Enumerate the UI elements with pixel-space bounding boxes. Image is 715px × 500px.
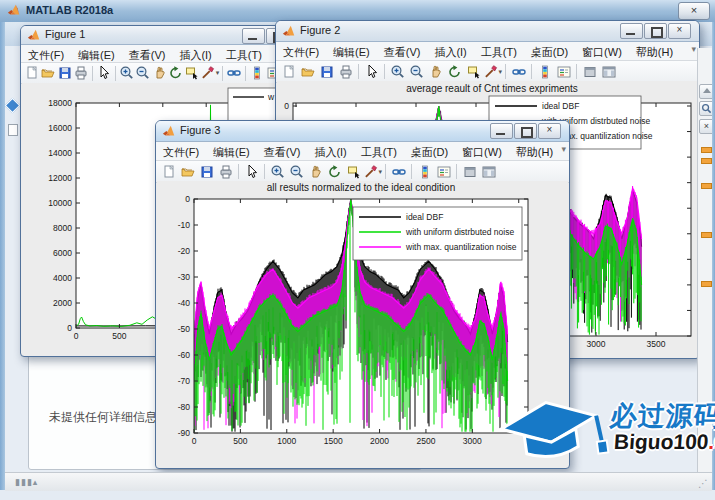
menu-item-help[interactable]: 帮助(H) bbox=[629, 43, 680, 60]
link-plot-icon[interactable] bbox=[389, 163, 408, 181]
menu-item-edit[interactable]: 编辑(E) bbox=[206, 143, 257, 160]
menu-item-view[interactable]: 查看(V) bbox=[257, 143, 308, 160]
menu-item-edit[interactable]: 编辑(E) bbox=[326, 43, 377, 60]
menu-overflow-icon[interactable]: ▾ bbox=[691, 44, 696, 54]
pan-icon[interactable] bbox=[306, 163, 325, 181]
print-figure-icon[interactable] bbox=[73, 64, 89, 82]
data-cursor-icon[interactable] bbox=[464, 63, 483, 81]
zoom-in-icon[interactable] bbox=[119, 64, 135, 82]
maximize-button[interactable] bbox=[514, 123, 537, 139]
zoom-in-icon[interactable] bbox=[268, 163, 287, 181]
figure3-toolbar[interactable]: ▾ bbox=[156, 161, 569, 183]
show-plot-tools-icon[interactable] bbox=[479, 163, 498, 181]
brush-icon[interactable]: ▾ bbox=[363, 163, 382, 181]
menu-item-edit[interactable]: 编辑(E) bbox=[71, 46, 122, 63]
menu-overflow-icon[interactable]: ▾ bbox=[561, 144, 566, 154]
edit-cursor-icon[interactable] bbox=[362, 63, 381, 81]
menu-item-file[interactable]: 文件(F) bbox=[156, 143, 206, 160]
menu-item-window[interactable]: 窗口(W) bbox=[455, 143, 509, 160]
menu-item-tools[interactable]: 工具(T) bbox=[474, 43, 524, 60]
menu-item-desktop[interactable]: 桌面(D) bbox=[524, 43, 575, 60]
insert-colorbar-icon[interactable] bbox=[535, 63, 554, 81]
pan-icon[interactable] bbox=[151, 64, 167, 82]
annotation-mark-icon[interactable] bbox=[701, 147, 712, 153]
annotation-mark-icon[interactable] bbox=[701, 232, 712, 238]
link-plot-icon[interactable] bbox=[509, 63, 528, 81]
show-plot-tools-icon[interactable] bbox=[599, 63, 618, 81]
figure2-toolbar[interactable]: ▾ bbox=[276, 61, 699, 83]
new-figure-icon[interactable] bbox=[279, 63, 298, 81]
edit-cursor-icon[interactable] bbox=[242, 163, 261, 181]
menu-item-file[interactable]: 文件(F) bbox=[21, 46, 71, 63]
resize-grip-icon[interactable]: ⋰ bbox=[698, 478, 708, 489]
save-figure-icon[interactable] bbox=[317, 63, 336, 81]
menu-item-tools[interactable]: 工具(T) bbox=[219, 46, 269, 63]
minimize-button[interactable] bbox=[620, 23, 643, 39]
new-figure-icon[interactable] bbox=[24, 64, 40, 82]
zoom-in-icon[interactable] bbox=[388, 63, 407, 81]
figure2-window-buttons[interactable]: × bbox=[620, 23, 691, 39]
svg-text:-50: -50 bbox=[178, 324, 191, 334]
figure2-menubar[interactable]: 文件(F)编辑(E)查看(V)插入(I)工具(T)桌面(D)窗口(W)帮助(H)… bbox=[276, 42, 699, 61]
figure2-titlebar[interactable]: Figure 2 × bbox=[276, 21, 699, 42]
pan-icon[interactable] bbox=[426, 63, 445, 81]
data-cursor-icon[interactable] bbox=[184, 64, 200, 82]
open-file-icon[interactable] bbox=[40, 64, 56, 82]
insert-colorbar-icon[interactable] bbox=[415, 163, 434, 181]
rotate-3d-icon[interactable] bbox=[325, 163, 344, 181]
menu-item-tools[interactable]: 工具(T) bbox=[354, 143, 404, 160]
sidebar-document-icon[interactable] bbox=[8, 124, 18, 136]
save-figure-icon[interactable] bbox=[57, 64, 73, 82]
close-button[interactable]: × bbox=[668, 23, 691, 39]
brush-icon[interactable]: ▾ bbox=[200, 64, 219, 82]
brush-icon[interactable]: ▾ bbox=[483, 63, 502, 81]
menu-item-insert[interactable]: 插入(I) bbox=[307, 143, 353, 160]
menu-item-window[interactable]: 窗口(W) bbox=[575, 43, 629, 60]
svg-text:ideal DBF: ideal DBF bbox=[406, 212, 443, 222]
maximize-button[interactable] bbox=[644, 23, 667, 39]
menu-item-help[interactable]: 帮助(H) bbox=[509, 143, 560, 160]
new-figure-icon[interactable] bbox=[159, 163, 178, 181]
svg-text:1000: 1000 bbox=[277, 436, 296, 446]
minimize-button[interactable] bbox=[242, 28, 265, 44]
open-file-icon[interactable] bbox=[298, 63, 317, 81]
zoom-out-icon[interactable] bbox=[135, 64, 151, 82]
close-x-icon: × bbox=[704, 121, 709, 131]
zoom-out-icon[interactable] bbox=[407, 63, 426, 81]
print-figure-icon[interactable] bbox=[216, 163, 235, 181]
annotation-mark-icon[interactable] bbox=[701, 183, 712, 189]
close-button[interactable]: × bbox=[538, 123, 561, 139]
svg-text:-70: -70 bbox=[178, 376, 191, 386]
menu-item-view[interactable]: 查看(V) bbox=[377, 43, 428, 60]
figure3-window-buttons[interactable]: × bbox=[490, 123, 561, 139]
rotate-3d-icon[interactable] bbox=[445, 63, 464, 81]
figure3-titlebar[interactable]: Figure 3 × bbox=[156, 121, 569, 142]
edit-cursor-icon[interactable] bbox=[96, 64, 112, 82]
minimize-button[interactable] bbox=[490, 123, 513, 139]
link-plot-icon[interactable] bbox=[226, 64, 242, 82]
data-cursor-icon[interactable] bbox=[344, 163, 363, 181]
save-figure-icon[interactable] bbox=[197, 163, 216, 181]
annotation-mark-icon[interactable] bbox=[701, 281, 712, 287]
main-close-button[interactable]: × bbox=[678, 2, 710, 20]
hide-plot-tools-icon[interactable] bbox=[460, 163, 479, 181]
annotation-mark-icon[interactable] bbox=[701, 158, 712, 164]
zoom-out-icon[interactable] bbox=[287, 163, 306, 181]
insert-legend-icon[interactable] bbox=[434, 163, 453, 181]
print-figure-icon[interactable] bbox=[336, 63, 355, 81]
menu-item-view[interactable]: 查看(V) bbox=[122, 46, 173, 63]
menu-item-insert[interactable]: 插入(I) bbox=[427, 43, 473, 60]
figure3-menubar[interactable]: 文件(F)编辑(E)查看(V)插入(I)工具(T)桌面(D)窗口(W)帮助(H)… bbox=[156, 142, 569, 161]
menu-item-insert[interactable]: 插入(I) bbox=[172, 46, 218, 63]
rotate-3d-icon[interactable] bbox=[168, 64, 184, 82]
menu-item-desktop[interactable]: 桌面(D) bbox=[404, 143, 455, 160]
svg-text:-30: -30 bbox=[178, 272, 191, 282]
insert-legend-icon[interactable] bbox=[554, 63, 573, 81]
hide-plot-tools-icon[interactable] bbox=[580, 63, 599, 81]
menu-item-file[interactable]: 文件(F) bbox=[276, 43, 326, 60]
svg-text:12000: 12000 bbox=[48, 173, 72, 183]
statusbar-grip-icon[interactable]: ▮▮▮▴ bbox=[15, 477, 38, 487]
insert-colorbar-icon[interactable] bbox=[249, 64, 265, 82]
open-file-icon[interactable] bbox=[178, 163, 197, 181]
details-text: 未提供任何详细信息 bbox=[49, 409, 157, 426]
